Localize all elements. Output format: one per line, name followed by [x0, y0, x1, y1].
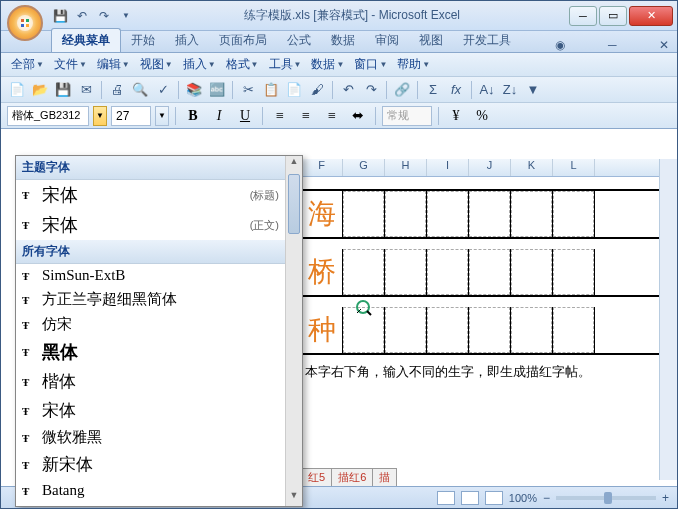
cut-icon[interactable]: ✂	[238, 80, 258, 100]
format-painter-icon[interactable]: 🖌	[307, 80, 327, 100]
grid-cell[interactable]	[427, 249, 469, 295]
font-option[interactable]: ŦSimSun-ExtB	[16, 264, 285, 287]
col-header[interactable]: I	[427, 159, 469, 176]
col-header[interactable]: G	[343, 159, 385, 176]
tab-view[interactable]: 视图	[409, 29, 453, 52]
currency-button[interactable]: ¥	[445, 106, 467, 126]
grid-cell[interactable]	[511, 249, 553, 295]
maximize-button[interactable]: ▭	[599, 6, 627, 26]
sheet-tab[interactable]: 红5	[301, 468, 332, 487]
font-option[interactable]: Ŧ宋体(标题)	[16, 180, 285, 210]
save-icon[interactable]: 💾	[51, 7, 69, 25]
tab-page-layout[interactable]: 页面布局	[209, 29, 277, 52]
spell-icon[interactable]: ✓	[153, 80, 173, 100]
menu-format[interactable]: 格式▼	[222, 54, 263, 75]
grid-cell[interactable]	[553, 191, 595, 237]
zoom-level[interactable]: 100%	[509, 492, 537, 504]
font-option[interactable]: Ŧ微软雅黑	[16, 425, 285, 450]
open-icon[interactable]: 📂	[30, 80, 50, 100]
merge-button[interactable]: ⬌	[347, 106, 369, 126]
font-name-box[interactable]: 楷体_GB2312	[7, 106, 89, 126]
fx-icon[interactable]: fx	[446, 80, 466, 100]
col-header[interactable]: F	[301, 159, 343, 176]
zoom-in-button[interactable]: +	[662, 491, 669, 505]
close-button[interactable]: ✕	[629, 6, 673, 26]
grid-cell[interactable]	[427, 191, 469, 237]
grid-cell[interactable]: 桥	[301, 249, 343, 295]
research-icon[interactable]: 📚	[184, 80, 204, 100]
help-icon[interactable]: ◉	[555, 38, 565, 52]
vertical-scrollbar[interactable]	[659, 159, 677, 480]
menu-edit[interactable]: 编辑▼	[93, 54, 134, 75]
office-button[interactable]	[7, 5, 43, 41]
tab-classic-menu[interactable]: 经典菜单	[51, 28, 121, 52]
font-option[interactable]: Ŧ宋体(正文)	[16, 210, 285, 240]
font-dropdown-button[interactable]: ▼	[93, 106, 107, 126]
size-dropdown-button[interactable]: ▼	[155, 106, 169, 126]
tab-home[interactable]: 开始	[121, 29, 165, 52]
doc-minimize-icon[interactable]: ─	[608, 38, 617, 52]
zoom-out-button[interactable]: −	[543, 491, 550, 505]
undo-icon[interactable]: ↶	[338, 80, 358, 100]
percent-button[interactable]: %	[471, 106, 493, 126]
col-header[interactable]: K	[511, 159, 553, 176]
filter-icon[interactable]: ▼	[523, 80, 543, 100]
tab-review[interactable]: 审阅	[365, 29, 409, 52]
tab-data[interactable]: 数据	[321, 29, 365, 52]
sheet-tab[interactable]: 描红6	[331, 468, 373, 487]
underline-button[interactable]: U	[234, 106, 256, 126]
grid-cell[interactable]	[343, 191, 385, 237]
grid-cell[interactable]: 海	[301, 191, 343, 237]
grid-cell[interactable]	[469, 191, 511, 237]
qat-more-icon[interactable]: ▼	[117, 7, 135, 25]
font-size-box[interactable]: 27	[111, 106, 151, 126]
grid-cell[interactable]	[511, 307, 553, 353]
menu-all[interactable]: 全部▼	[7, 54, 48, 75]
grid-cell[interactable]: 种	[301, 307, 343, 353]
doc-close-icon[interactable]: ✕	[659, 38, 669, 52]
menu-window[interactable]: 窗口▼	[350, 54, 391, 75]
grid-cell[interactable]	[427, 307, 469, 353]
menu-insert[interactable]: 插入▼	[179, 54, 220, 75]
menu-help[interactable]: 帮助▼	[393, 54, 434, 75]
preview-icon[interactable]: 🔍	[130, 80, 150, 100]
save-icon[interactable]: 💾	[53, 80, 73, 100]
tab-insert[interactable]: 插入	[165, 29, 209, 52]
sheet-tab[interactable]: 描	[372, 468, 397, 487]
grid-cell[interactable]	[385, 307, 427, 353]
font-option[interactable]: Ŧ仿宋	[16, 312, 285, 337]
normal-view-button[interactable]	[437, 491, 455, 505]
col-header[interactable]: H	[385, 159, 427, 176]
sum-icon[interactable]: Σ	[423, 80, 443, 100]
page-break-view-button[interactable]	[485, 491, 503, 505]
menu-view[interactable]: 视图▼	[136, 54, 177, 75]
font-option[interactable]: Ŧ黑体	[16, 337, 285, 367]
undo-icon[interactable]: ↶	[73, 7, 91, 25]
font-option[interactable]: ŦBatang	[16, 479, 285, 502]
col-header[interactable]: L	[553, 159, 595, 176]
grid-cell[interactable]	[385, 191, 427, 237]
dropdown-scrollbar[interactable]: ▲ ▼	[285, 156, 302, 506]
font-option[interactable]: ŦBatangChe	[16, 502, 285, 506]
copy-icon[interactable]: 📋	[261, 80, 281, 100]
link-icon[interactable]: 🔗	[392, 80, 412, 100]
zoom-slider[interactable]	[556, 496, 656, 500]
align-left-button[interactable]: ≡	[269, 106, 291, 126]
col-header[interactable]: J	[469, 159, 511, 176]
mail-icon[interactable]: ✉	[76, 80, 96, 100]
bold-button[interactable]: B	[182, 106, 204, 126]
menu-tools[interactable]: 工具▼	[265, 54, 306, 75]
grid-cell[interactable]	[553, 249, 595, 295]
tab-formulas[interactable]: 公式	[277, 29, 321, 52]
grid-cell[interactable]	[469, 249, 511, 295]
font-option[interactable]: Ŧ方正兰亭超细黑简体	[16, 287, 285, 312]
paste-icon[interactable]: 📄	[284, 80, 304, 100]
grid-cell[interactable]	[469, 307, 511, 353]
new-icon[interactable]: 📄	[7, 80, 27, 100]
print-icon[interactable]: 🖨	[107, 80, 127, 100]
redo-icon[interactable]: ↷	[361, 80, 381, 100]
page-layout-view-button[interactable]	[461, 491, 479, 505]
style-box[interactable]: 常规	[382, 106, 432, 126]
sort-desc-icon[interactable]: Z↓	[500, 80, 520, 100]
align-right-button[interactable]: ≡	[321, 106, 343, 126]
